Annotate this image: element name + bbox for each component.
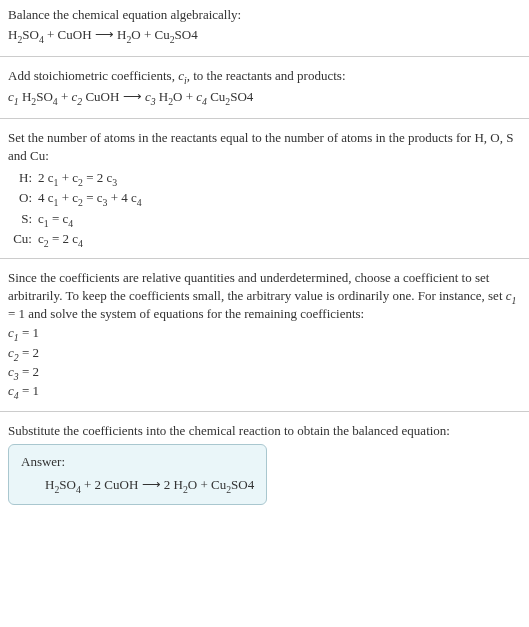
eq-part: SO4 <box>230 89 253 104</box>
c: c3 <box>8 364 19 379</box>
v: = 2 <box>19 364 39 379</box>
v: = 2 <box>19 345 39 360</box>
eq-part: 2 H <box>161 477 183 492</box>
final-intro: Substitute the coefficients into the che… <box>8 422 521 440</box>
intro-equation: H2SO4 + CuOH ⟶ H2O + Cu2SO4 <box>8 26 521 44</box>
coeff-row: c2 = 2 <box>8 344 521 362</box>
t: = 2 c <box>83 170 112 185</box>
eq-part: SO4 <box>175 27 198 42</box>
stoich-equation: c1 H2SO4 + c2 CuOH ⟶ c3 H2O + c4 Cu2SO4 <box>8 88 521 106</box>
eq-part: + <box>58 89 72 104</box>
eq-part: H <box>156 89 169 104</box>
coeff-row: c1 = 1 <box>8 324 521 342</box>
t: 4 c <box>38 190 54 205</box>
s: 4 <box>137 197 142 208</box>
eq-part: H <box>19 89 32 104</box>
s: 4 <box>68 217 73 228</box>
text-part: Add stoichiometric coefficients, <box>8 68 178 83</box>
t: = 2 c <box>49 231 78 246</box>
coeff-list: c1 = 1 c2 = 2 c3 = 2 c4 = 1 <box>8 324 521 400</box>
ci-var: ci <box>178 68 187 83</box>
s: 3 <box>112 177 117 188</box>
eq-part: O + <box>173 89 196 104</box>
t: = c <box>49 211 69 226</box>
answer-label: Answer: <box>21 453 254 471</box>
eq-part: + CuOH <box>44 27 95 42</box>
section-final: Substitute the coefficients into the che… <box>0 411 529 515</box>
eq-part: O + Cu <box>131 27 169 42</box>
eq-part: + 2 CuOH <box>81 477 142 492</box>
coeff-row: c4 = 1 <box>8 382 521 400</box>
coeff: c4 <box>196 89 207 104</box>
answer-equation: H2SO4 + 2 CuOH ⟶ 2 H2O + Cu2SO4 <box>21 476 254 494</box>
c1-var: c1 <box>506 288 517 303</box>
section-atoms: Set the number of atoms in the reactants… <box>0 118 529 258</box>
c: c2 <box>8 345 19 360</box>
atom-eq-cu: c2 = 2 c4 <box>38 230 521 248</box>
atoms-intro: Set the number of atoms in the reactants… <box>8 129 521 165</box>
t: + 4 c <box>107 190 136 205</box>
eq-part: SO <box>36 89 53 104</box>
eq-part: O + Cu <box>188 477 226 492</box>
solve-text: Since the coefficients are relative quan… <box>8 269 521 324</box>
t: = c <box>83 190 103 205</box>
text-part: , to the reactants and products: <box>187 68 346 83</box>
text-part: Since the coefficients are relative quan… <box>8 270 506 303</box>
c: c1 <box>8 325 19 340</box>
answer-box: Answer: H2SO4 + 2 CuOH ⟶ 2 H2O + Cu2SO4 <box>8 444 267 504</box>
coeff: c3 <box>145 89 156 104</box>
eq-part: H <box>114 27 127 42</box>
eq-part: CuOH <box>82 89 122 104</box>
arrow-icon: ⟶ <box>95 27 114 42</box>
coeff-row: c3 = 2 <box>8 363 521 381</box>
eq-part: SO <box>22 27 39 42</box>
atom-eq-o: 4 c1 + c2 = c3 + 4 c4 <box>38 189 521 207</box>
coeff: c1 <box>8 89 19 104</box>
coeff: c2 <box>72 89 83 104</box>
t: + c <box>58 190 78 205</box>
atom-label-s: S: <box>8 210 38 228</box>
s: 4 <box>78 237 83 248</box>
eq-part: SO4 <box>231 477 254 492</box>
text-part: = 1 and solve the system of equations fo… <box>8 306 364 321</box>
section-stoich: Add stoichiometric coefficients, ci, to … <box>0 56 529 117</box>
atom-label-o: O: <box>8 189 38 207</box>
section-solve: Since the coefficients are relative quan… <box>0 258 529 411</box>
v: = 1 <box>19 383 39 398</box>
c: c4 <box>8 383 19 398</box>
section-intro: Balance the chemical equation algebraica… <box>0 0 529 56</box>
v: = 1 <box>19 325 39 340</box>
t: + c <box>58 170 78 185</box>
atom-label-cu: Cu: <box>8 230 38 248</box>
t: 2 c <box>38 170 54 185</box>
eq-part: SO <box>59 477 76 492</box>
eq-part: H <box>8 27 17 42</box>
intro-text: Balance the chemical equation algebraica… <box>8 6 521 24</box>
eq-part: H <box>45 477 54 492</box>
eq-part: Cu <box>207 89 225 104</box>
atom-eq-s: c1 = c4 <box>38 210 521 228</box>
cs: 1 <box>512 295 517 306</box>
stoich-text: Add stoichiometric coefficients, ci, to … <box>8 67 521 85</box>
atom-eq-h: 2 c1 + c2 = 2 c3 <box>38 169 521 187</box>
atom-equations: H: 2 c1 + c2 = 2 c3 O: 4 c1 + c2 = c3 + … <box>8 169 521 248</box>
arrow-icon: ⟶ <box>142 477 161 492</box>
atom-label-h: H: <box>8 169 38 187</box>
arrow-icon: ⟶ <box>123 89 145 104</box>
